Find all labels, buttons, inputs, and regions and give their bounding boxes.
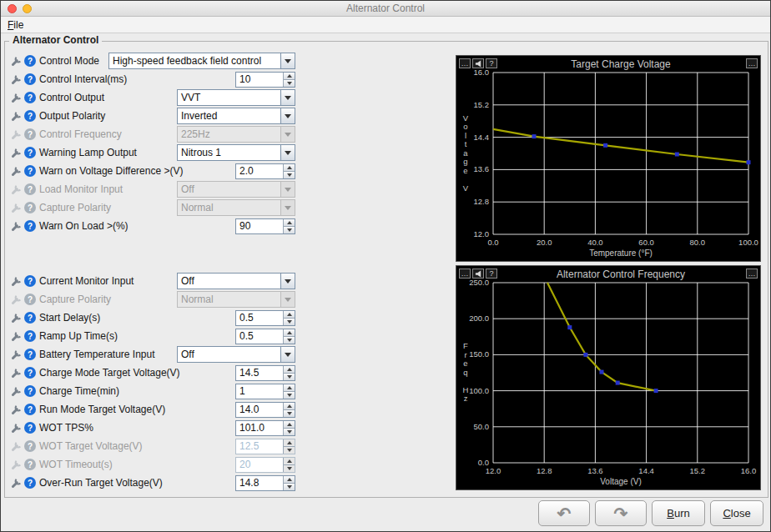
help-icon[interactable]: ? [24, 165, 36, 177]
spinner-value[interactable]: 14.0 [236, 403, 283, 417]
spinner-warn-on-voltage-difference-v[interactable]: 2.0 [235, 163, 295, 179]
spinner-up-button[interactable] [284, 164, 295, 172]
help-icon[interactable]: ? [24, 330, 36, 342]
wrench-icon[interactable] [9, 275, 23, 287]
spinner-ramp-up-time-s[interactable]: 0.5 [235, 329, 295, 344]
wrench-icon[interactable] [9, 165, 23, 177]
help-icon[interactable]: ? [24, 147, 36, 158]
wrench-icon[interactable] [9, 312, 23, 324]
combobox-output-polarity[interactable]: Inverted [177, 108, 295, 124]
help-icon[interactable]: ? [24, 404, 36, 415]
wrench-icon[interactable] [9, 404, 23, 415]
spinner-down-button[interactable] [284, 410, 295, 417]
spinner-down-button[interactable] [284, 80, 295, 87]
spinner-up-button[interactable] [284, 384, 295, 392]
wrench-icon[interactable] [9, 73, 23, 85]
data-point[interactable] [747, 160, 751, 164]
spinner-value[interactable]: 2.0 [236, 164, 283, 178]
spinner-run-mode-target-voltage-v[interactable]: 14.0 [235, 402, 295, 418]
wrench-icon[interactable] [9, 349, 23, 360]
panel-sound-button[interactable] [472, 269, 484, 279]
spinner-up-button[interactable] [284, 403, 295, 410]
data-point[interactable] [600, 370, 604, 374]
combobox-warning-lamp-output[interactable]: Nitrous 1 [177, 144, 295, 161]
help-icon[interactable]: ? [24, 55, 36, 67]
burn-button[interactable]: Burn [652, 500, 705, 526]
help-icon[interactable]: ? [24, 477, 36, 489]
wrench-icon[interactable] [9, 330, 23, 342]
help-icon[interactable]: ? [24, 422, 36, 434]
help-icon[interactable]: ? [24, 275, 36, 287]
wrench-icon[interactable] [9, 92, 23, 103]
spinner-down-button[interactable] [284, 374, 295, 380]
spinner-down-button[interactable] [284, 392, 295, 399]
data-point[interactable] [532, 134, 537, 138]
undo-button[interactable]: ↶ [538, 500, 590, 526]
redo-button[interactable]: ↷ [595, 500, 647, 526]
spinner-charge-mode-target-voltage-v[interactable]: 14.5 [235, 365, 295, 381]
wrench-icon[interactable] [9, 385, 23, 397]
help-icon[interactable]: ? [24, 73, 36, 85]
panel-more-button[interactable]: … [746, 269, 758, 279]
data-point[interactable] [567, 325, 572, 329]
spinner-value[interactable]: 14.5 [236, 366, 283, 380]
wrench-icon[interactable] [9, 477, 23, 489]
spinner-value[interactable]: 101.0 [236, 421, 283, 435]
spinner-warn-on-load[interactable]: 90 [235, 218, 295, 234]
close-button[interactable]: Close [710, 500, 763, 526]
data-point[interactable] [675, 153, 679, 157]
panel-menu-button[interactable]: … [459, 269, 471, 279]
spinner-down-button[interactable] [284, 227, 295, 233]
wrench-icon[interactable] [9, 147, 23, 158]
spinner-wot-tps[interactable]: 101.0 [235, 420, 295, 436]
wrench-icon[interactable] [9, 422, 23, 434]
spinner-up-button[interactable] [284, 219, 295, 227]
help-icon[interactable]: ? [24, 367, 36, 379]
spinner-value[interactable]: 10 [236, 73, 283, 87]
spinner-up-button[interactable] [284, 329, 295, 337]
combobox-control-output[interactable]: VVT [177, 89, 295, 106]
chart-canvas[interactable]: 0.020.040.060.080.0100.012.012.813.614.4… [456, 56, 760, 261]
spinner-over-run-target-voltage-v[interactable]: 14.8 [235, 475, 295, 491]
panel-help-button[interactable]: ? [486, 269, 497, 279]
wrench-icon[interactable] [9, 55, 23, 67]
spinner-value[interactable]: 0.5 [236, 311, 283, 325]
spinner-up-button[interactable] [284, 366, 295, 374]
help-icon[interactable]: ? [24, 110, 36, 122]
spinner-up-button[interactable] [284, 476, 295, 484]
spinner-down-button[interactable] [284, 319, 295, 325]
panel-sound-button[interactable] [472, 58, 484, 68]
data-point[interactable] [583, 353, 587, 357]
help-icon[interactable]: ? [24, 312, 36, 324]
help-icon[interactable]: ? [24, 385, 36, 397]
data-point[interactable] [654, 389, 658, 393]
panel-more-button[interactable]: … [746, 58, 758, 68]
wrench-icon[interactable] [9, 110, 23, 122]
spinner-value[interactable]: 0.5 [236, 329, 283, 344]
spinner-charge-time-min[interactable]: 1 [235, 384, 295, 399]
help-icon[interactable]: ? [24, 220, 36, 232]
help-icon[interactable]: ? [24, 349, 36, 360]
spinner-value[interactable]: 14.8 [236, 476, 283, 490]
data-point[interactable] [603, 143, 607, 148]
wrench-icon[interactable] [9, 220, 23, 232]
help-icon[interactable]: ? [24, 92, 36, 103]
panel-help-button[interactable]: ? [486, 58, 497, 68]
spinner-up-button[interactable] [284, 73, 295, 80]
panel-menu-button[interactable]: … [459, 58, 471, 68]
spinner-up-button[interactable] [284, 421, 295, 429]
combobox-current-monitor-input[interactable]: Off [177, 273, 295, 289]
spinner-up-button[interactable] [284, 311, 295, 319]
spinner-value[interactable]: 90 [236, 219, 283, 233]
spinner-down-button[interactable] [284, 484, 295, 490]
data-point[interactable] [616, 381, 620, 385]
spinner-start-delay-s[interactable]: 0.5 [235, 310, 295, 326]
spinner-down-button[interactable] [284, 172, 295, 178]
wrench-icon[interactable] [9, 367, 23, 379]
spinner-down-button[interactable] [284, 337, 295, 344]
spinner-control-interval-ms[interactable]: 10 [235, 72, 295, 88]
chart-canvas[interactable]: 12.012.813.614.415.216.00.050.0100.0150.… [456, 266, 760, 489]
menu-file[interactable]: File [8, 19, 23, 31]
spinner-value[interactable]: 1 [236, 384, 283, 399]
combobox-battery-temperature-input[interactable]: Off [177, 346, 295, 363]
